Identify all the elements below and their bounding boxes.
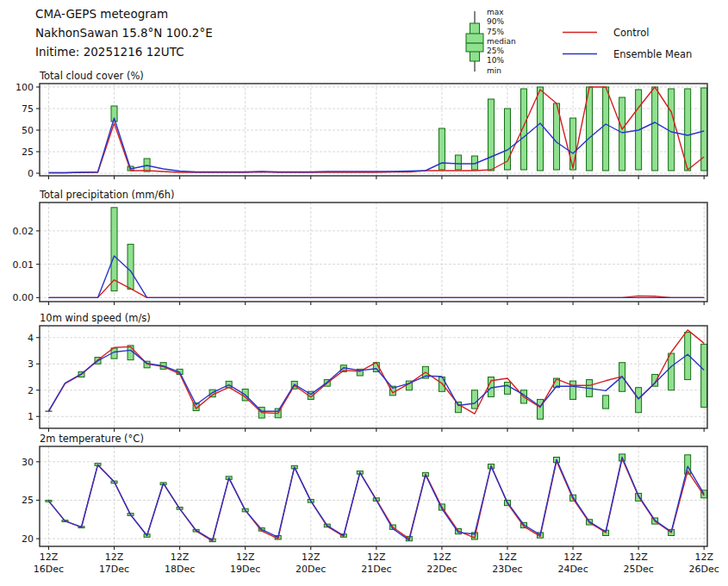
ensemble-box (669, 353, 675, 390)
panel-0-ensemble-boxes (111, 87, 707, 171)
y-tick-label: 4 (28, 333, 34, 344)
x-tick-day: 17Dec (99, 564, 129, 575)
ensemble-box (603, 396, 609, 408)
x-tick-hour: 12Z (236, 552, 255, 563)
x-tick-hour: 12Z (563, 552, 582, 563)
y-tick-label: 0 (28, 168, 34, 179)
x-tick-day: 25Dec (623, 564, 653, 575)
x-tick-hour: 12Z (40, 552, 59, 563)
y-tick-label: 2 (28, 385, 34, 396)
x-tick-day: 20Dec (296, 564, 326, 575)
x-tick-day: 18Dec (165, 564, 195, 575)
y-tick-label: 1 (28, 411, 34, 422)
ensemble-box (570, 381, 576, 399)
ensemble-box (128, 346, 134, 360)
y-tick-label: 20 (22, 533, 34, 545)
x-tick-day: 24Dec (557, 564, 588, 575)
panel-2-border (40, 326, 707, 428)
x-tick-day: 19Dec (230, 564, 260, 575)
x-axis-labels: 12Z16Dec12Z17Dec12Z18Dec12Z19Dec12Z20Dec… (34, 552, 719, 575)
ensemble-box (128, 244, 134, 289)
panel-2-ensemble-boxes (78, 333, 707, 420)
ensemble-box (504, 383, 510, 395)
x-tick-day: 26Dec (689, 564, 719, 575)
y-tick-label: 100 (16, 82, 34, 93)
ensemble-box (701, 344, 707, 407)
ensemble-box (538, 87, 544, 171)
panel-2-grid: 1234 (28, 326, 707, 432)
x-tick-hour: 12Z (367, 552, 386, 563)
ensemble-box (603, 87, 609, 171)
x-tick-hour: 12Z (302, 552, 320, 563)
y-tick-label: 25 (22, 495, 34, 506)
x-tick-hour: 12Z (694, 552, 713, 563)
y-tick-label: 75 (22, 103, 34, 115)
ensemble-box (111, 208, 117, 291)
ensemble-box (488, 99, 494, 171)
ensemble-box (669, 89, 675, 171)
x-tick-hour: 12Z (171, 552, 190, 563)
y-tick-label: 3 (28, 358, 34, 370)
y-tick-label: 0.02 (13, 226, 34, 237)
panel-1-ensemble-boxes (111, 208, 134, 291)
x-tick-hour: 12Z (105, 552, 124, 563)
y-tick-label: 50 (22, 125, 34, 136)
x-tick-hour: 12Z (432, 552, 451, 563)
meteogram-canvas: 02550751000.000.010.02123420253012Z16Dec… (0, 0, 728, 586)
y-tick-label: 0.01 (13, 259, 34, 271)
y-tick-label: 25 (22, 146, 34, 158)
meteogram-page: CMA-GEPS meteogram NakhonSawan 15.8°N 10… (0, 0, 728, 586)
ensemble-box (685, 89, 691, 171)
x-tick-hour: 12Z (629, 552, 648, 563)
boxplot-legend-glyph (466, 11, 483, 72)
ensemble-box (636, 388, 642, 413)
x-tick-hour: 12Z (498, 552, 517, 563)
y-tick-label: 30 (22, 457, 34, 468)
ensemble-box (471, 390, 477, 408)
ensemble-box (619, 97, 625, 171)
ensemble-box (455, 155, 461, 170)
y-tick-label: 0.00 (13, 292, 34, 303)
ensemble-box (652, 87, 658, 171)
x-tick-day: 22Dec (426, 564, 457, 575)
x-tick-day: 23Dec (492, 564, 522, 575)
line-legend-samples (563, 33, 597, 54)
ensemble-box (538, 399, 544, 419)
x-tick-day: 21Dec (361, 564, 391, 575)
x-tick-day: 16Dec (34, 564, 64, 575)
